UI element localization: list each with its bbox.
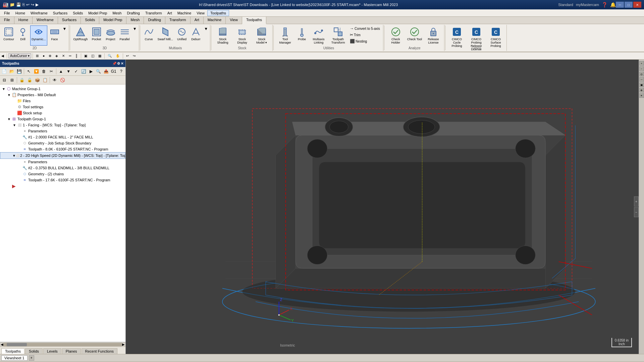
pt-help[interactable]: ?: [118, 68, 125, 75]
viewsheet-tab-1[interactable]: Viewsheet 1: [1, 355, 28, 361]
autocursor-dropdown[interactable]: AutoCursor ▾: [8, 53, 31, 58]
rs-btn-5[interactable]: ▣: [639, 82, 644, 87]
contour-button[interactable]: Contour: [2, 25, 15, 46]
rs-btn-6[interactable]: ⊕: [639, 88, 644, 93]
tab-levels[interactable]: Levels: [43, 348, 61, 354]
swarf-mill-button[interactable]: Swarf Mill...: [156, 25, 175, 46]
rs-btn-4[interactable]: ↔: [639, 77, 644, 82]
menu-toolpaths[interactable]: Toolpaths: [207, 10, 229, 16]
pt2-ungroup[interactable]: 📋: [41, 77, 49, 83]
trim-button[interactable]: ✂ Trim: [348, 32, 382, 38]
menu-transform[interactable]: Transform: [143, 10, 165, 16]
stock-shading-button[interactable]: Stock Shading: [213, 25, 232, 46]
tab-recent-functions[interactable]: Recent Functions: [82, 348, 118, 354]
tab-model-prep[interactable]: Model Prep: [99, 17, 126, 24]
pt2-unlock[interactable]: 🔓: [26, 77, 33, 83]
tree-item-properties[interactable]: ▼ 📋 Properties - Mill Default: [0, 92, 125, 98]
window-controls[interactable]: ─ □ ✕: [616, 2, 641, 8]
tree-item-tool-settings[interactable]: ▶ ⚙ Tool settings: [0, 104, 125, 110]
tool-manager-button[interactable]: Tool Manager: [276, 25, 294, 46]
pt-select[interactable]: ↖: [25, 68, 32, 75]
view-tool3[interactable]: ▦: [97, 53, 103, 58]
tree-item-facing[interactable]: ▼ ⬜ 1 - Facing - [WCS: Top] - [Tplane: T…: [0, 122, 125, 128]
pt2-lock[interactable]: 🔒: [18, 77, 25, 83]
pt-filter[interactable]: 🔽: [33, 68, 40, 75]
convert-to-5axis-button[interactable]: → Convert to 5-axis: [348, 25, 382, 32]
tab-transform[interactable]: Transform: [165, 17, 191, 24]
tree-item-dynamic[interactable]: ▼ ⬜ 2 - 2D High Speed (2D Dynamic Mill) …: [0, 152, 125, 159]
tree-item-facing-geo[interactable]: ▶ ⬡ Geometry - Job Setup Stock Boundary: [0, 140, 125, 146]
tab-toolpaths[interactable]: Toolpaths: [242, 17, 266, 24]
menu-home[interactable]: Home: [13, 10, 28, 16]
expand-properties[interactable]: ▼: [7, 93, 11, 97]
cimco-cycle-probing-button[interactable]: C CIMCO Cycle Probing: [447, 25, 466, 46]
scroll-right-btn[interactable]: ▶: [122, 343, 125, 346]
tab-machine[interactable]: Machine: [204, 17, 226, 24]
tab-toolpaths[interactable]: Toolpaths: [1, 348, 24, 354]
tree-item-play[interactable]: ▶: [0, 183, 125, 189]
menu-art[interactable]: Art: [165, 10, 175, 16]
pt2-group[interactable]: 📦: [34, 77, 41, 83]
menu-surfaces[interactable]: Surfaces: [50, 10, 70, 16]
multiaxis-linking-button[interactable]: Multiaxis Linking: [309, 25, 328, 46]
rs-btn-7[interactable]: ✕: [639, 93, 644, 98]
view-undo[interactable]: ↩: [124, 53, 130, 58]
tab-drafting[interactable]: Drafting: [144, 17, 165, 24]
pt-verify[interactable]: 🔍: [95, 68, 102, 75]
maximize-button[interactable]: □: [625, 2, 633, 8]
menu-wireframe[interactable]: Wireframe: [28, 10, 50, 16]
pt2-hide[interactable]: 🚫: [59, 77, 66, 83]
menu-machine[interactable]: Machine: [175, 10, 194, 16]
tree-item-facing-toolpath[interactable]: ▶ ≋ Toolpath - 8.0K - 6100F-25 START.NC …: [0, 146, 125, 152]
unified-button[interactable]: Unified: [175, 25, 189, 46]
rs-btn-2[interactable]: −: [639, 66, 644, 71]
pt2-expand[interactable]: ⊞: [8, 77, 16, 83]
3d-more-button[interactable]: ▼: [132, 25, 138, 46]
snap-grid[interactable]: ⊞: [34, 53, 40, 58]
panel-gear[interactable]: ⚙: [117, 62, 120, 65]
probe-button[interactable]: Probe: [295, 25, 309, 46]
pan-btn[interactable]: ✋: [114, 53, 121, 58]
scroll-left-btn[interactable]: ◀: [1, 343, 3, 346]
toolpath-transform-button[interactable]: Toolpath Transform: [329, 25, 347, 46]
menu-file[interactable]: File: [1, 10, 13, 16]
expand-facing[interactable]: ▼: [12, 123, 17, 127]
nesting-button[interactable]: ⬛ Nesting: [348, 38, 382, 44]
snap-arc[interactable]: ⊕: [47, 53, 53, 58]
menu-solids[interactable]: Solids: [70, 10, 86, 16]
snap-vertical[interactable]: ║: [74, 53, 79, 58]
viewport-zoom-in[interactable]: +: [634, 196, 639, 206]
view-tool2[interactable]: ◫: [90, 53, 96, 58]
pt-check[interactable]: ✓: [72, 68, 79, 75]
menu-model-prep[interactable]: Model Prep: [86, 10, 110, 16]
scroll-thumb[interactable]: [7, 343, 27, 346]
tab-solids[interactable]: Solids: [81, 17, 99, 24]
multiaxis-more-button[interactable]: ▼: [203, 25, 209, 46]
zoom-btn[interactable]: 🔍: [106, 53, 113, 58]
tab-solids[interactable]: Solids: [25, 348, 43, 354]
pt2-collapse[interactable]: ⊟: [1, 77, 8, 83]
tree-item-dynamic-tool[interactable]: ▶ 🔧 #2 - 0.3750 BULL ENDMILL - 3/8 BULL …: [0, 165, 125, 171]
check-tool-button[interactable]: Check Tool: [406, 25, 423, 46]
drill-button[interactable]: Drill: [16, 25, 30, 46]
2d-more-button[interactable]: ▼: [62, 25, 67, 46]
expand-machine-group[interactable]: ▼: [1, 86, 6, 91]
snap-midpoint[interactable]: ◈: [54, 53, 60, 58]
view-tool1[interactable]: ▣: [83, 53, 89, 58]
tree-item-dynamic-geo[interactable]: ▶ ⬡ Geometry - (2) chains: [0, 171, 125, 177]
pt-move-down[interactable]: ▼: [65, 68, 72, 75]
horizontal-scrollbar[interactable]: ◀ ▶: [0, 342, 125, 347]
release-license-button[interactable]: Release License: [424, 25, 443, 46]
minimize-button[interactable]: ─: [616, 2, 624, 8]
cimco-probing-button[interactable]: C CIMCO Probing Release License: [467, 25, 486, 46]
tab-view[interactable]: View: [226, 17, 242, 24]
pt-move-up[interactable]: ▲: [57, 68, 64, 75]
menu-mesh[interactable]: Mesh: [110, 10, 124, 16]
expand-toolpath-group[interactable]: ▼: [7, 117, 11, 121]
tab-wireframe[interactable]: Wireframe: [33, 17, 58, 24]
pt-cut[interactable]: ✂: [48, 68, 55, 75]
viewsheet-add-btn[interactable]: +: [29, 355, 34, 361]
tree-item-files[interactable]: ▶ 📁 Files: [0, 98, 125, 104]
project-button[interactable]: Project: [104, 25, 117, 46]
tab-art[interactable]: Art: [191, 17, 204, 24]
